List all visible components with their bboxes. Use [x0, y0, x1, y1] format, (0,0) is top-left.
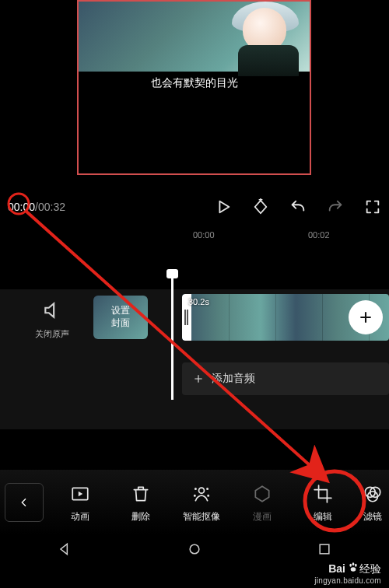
cutout-icon: [190, 482, 213, 506]
watermark-brand-prefix: Bai: [328, 562, 345, 575]
animation-icon: [68, 482, 92, 506]
cover-line2: 封面: [111, 317, 130, 330]
nav-home-icon[interactable]: [187, 541, 202, 560]
clip-duration: 30.2s: [188, 297, 209, 306]
preview-black-area: [79, 95, 310, 173]
timecode-total: 00:32: [38, 201, 65, 213]
preview-character: [216, 2, 302, 72]
tool-label: 滤镜: [363, 510, 382, 523]
fullscreen-icon[interactable]: [364, 198, 381, 215]
playhead[interactable]: [171, 275, 173, 400]
ruler-mark: 00:00: [193, 230, 215, 240]
add-audio-button[interactable]: 添加音频: [182, 362, 389, 395]
play-icon[interactable]: [215, 198, 232, 215]
svg-point-3: [207, 488, 208, 488]
tool-filter[interactable]: 滤镜: [353, 482, 389, 523]
tool-label: 智能抠像: [183, 510, 220, 523]
svg-point-2: [195, 488, 196, 488]
set-cover-button[interactable]: 设置 封面: [93, 296, 148, 339]
tool-animation[interactable]: 动画: [50, 482, 110, 523]
preview-frame-image: [79, 2, 310, 72]
delete-icon: [129, 482, 152, 506]
timecode-current: 00:00: [8, 201, 35, 213]
preview-subtitle: 也会有默契的目光: [79, 76, 310, 90]
svg-point-4: [194, 495, 195, 495]
add-clip-button[interactable]: [349, 300, 383, 334]
svg-point-14: [349, 564, 352, 567]
plus-icon: [193, 373, 204, 384]
watermark: Bai经验 jingyan.baidu.com: [314, 562, 381, 585]
svg-point-15: [352, 562, 355, 565]
tool-label: 编辑: [314, 510, 332, 523]
redo-icon[interactable]: [327, 198, 344, 215]
nav-back-icon[interactable]: [57, 541, 72, 560]
tool-label: 漫画: [253, 510, 272, 523]
playback-bar: 00:00/00:32: [0, 191, 389, 222]
svg-rect-13: [320, 544, 329, 554]
watermark-url: jingyan.baidu.com: [314, 576, 381, 585]
watermark-brand-suffix: 经验: [359, 562, 381, 575]
tool-label: 删除: [131, 510, 150, 523]
video-preview[interactable]: 也会有默契的目光: [77, 0, 311, 175]
svg-point-16: [355, 564, 357, 567]
chevron-left-icon: [18, 496, 30, 509]
cover-line1: 设置: [111, 305, 130, 317]
speaker-icon: [42, 300, 62, 320]
svg-point-5: [208, 495, 209, 495]
add-audio-label: 添加音频: [212, 372, 255, 386]
crop-icon: [311, 482, 335, 506]
svg-point-12: [190, 544, 199, 554]
timeline-ruler[interactable]: 00:00 00:02: [0, 227, 389, 249]
filter-icon: [361, 482, 384, 506]
timeline[interactable]: 关闭原声 设置 封面 30.2s 添加音频: [0, 289, 389, 429]
comic-icon: [251, 482, 274, 506]
tool-cutout[interactable]: 智能抠像: [171, 482, 232, 523]
svg-point-1: [199, 488, 205, 493]
svg-point-17: [351, 567, 356, 571]
ruler-mark: 00:02: [308, 230, 330, 240]
paw-icon: [347, 562, 359, 576]
mute-audio-button[interactable]: 关闭原声: [33, 300, 72, 340]
tool-label: 动画: [71, 510, 89, 523]
nav-recent-icon[interactable]: [317, 541, 332, 560]
timecode: 00:00/00:32: [8, 201, 65, 213]
undo-icon[interactable]: [289, 198, 307, 215]
plus-icon: [358, 310, 373, 325]
bottom-toolbar: 动画 删除 智能抠像 漫画 编辑 滤镜: [0, 470, 389, 535]
mute-label: 关闭原声: [33, 328, 72, 340]
back-button[interactable]: [5, 483, 44, 522]
tool-comic[interactable]: 漫画: [232, 482, 293, 523]
keyframe-add-icon[interactable]: [252, 198, 269, 215]
tool-delete[interactable]: 删除: [110, 482, 171, 523]
tool-edit[interactable]: 编辑: [293, 482, 353, 523]
